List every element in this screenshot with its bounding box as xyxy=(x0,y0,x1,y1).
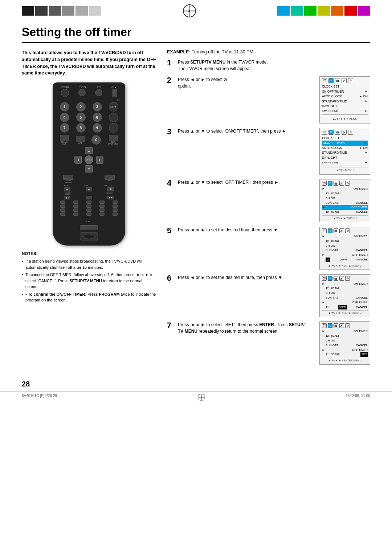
step-4-text: Press ▲ or ▼ to select "OFF TIMER", then… xyxy=(178,179,280,186)
note-item-1: If a station being viewed stops broadcas… xyxy=(22,258,156,270)
note-item-2: To cancel the OFF TIMER, follow above st… xyxy=(22,272,156,290)
step-4-number: 4 xyxy=(167,179,175,187)
step-2-text: Press ◄ or ► to select ⊙option. xyxy=(178,76,227,89)
step-7-number: 7 xyxy=(167,321,175,329)
step-3-screen: ⏰ ⊙ 📺 🔊 ⚙ CLOCK SET ON/OFF TIMER► AUTO C… xyxy=(319,128,370,175)
step-6-number: 6 xyxy=(167,274,175,282)
step-1-text: Press SETUP/TV MENU in the TV/VCR mode.T… xyxy=(178,59,268,72)
step-3-text: Press ▲ or ▼ to select "ON/OFF TIMER", t… xyxy=(178,128,287,134)
example-line: EXAMPLE: Turning off the TV at 11:30 PM. xyxy=(167,49,370,54)
footer-left: 5V40101C [E] P26-29 xyxy=(22,394,57,401)
step-3-number: 3 xyxy=(167,128,175,136)
step-2-screen: ⏰ ⊙ 📺 🔊 ⚙ CLOCK SET ON/OFF TIMER► AUTO C… xyxy=(319,76,370,123)
step-5-screen: ⏰ ⊙ 📺 🔊 ⚙ ►ON TIMER 12 : 00AM CH 001 SUN… xyxy=(319,227,370,270)
remote-control-image: POWER TV/VCR DVD CH▲ + - xyxy=(22,82,156,246)
step-6-text: Press ◄ or ► to set the desired minute, … xyxy=(178,274,283,281)
step-6-screen: ⏰ ⊙ 📺 🔊 ⚙ ►ON TIMER 12 : 00AM CH 001 SUN… xyxy=(319,274,370,317)
footer-right: 15'03'06, 11:00 xyxy=(346,394,370,401)
note-item-3: • To confirm the ON/OFF TIMER: Press PRO… xyxy=(22,291,156,303)
step-1-number: 1 xyxy=(167,59,175,67)
step-7-screen: ⏰ ⊙ 📺 🔊 ⚙ ►ON TIMER 12 : 00AM CH 001 SUN… xyxy=(319,321,370,365)
notes-section: NOTES: If a station being viewed stops b… xyxy=(22,251,156,303)
footer: 5V40101C [E] P26-29 15'03'06, 11:00 xyxy=(0,391,392,405)
page-title: Setting the off timer xyxy=(22,25,370,43)
footer-crosshair xyxy=(198,394,205,401)
crosshair-icon xyxy=(183,4,196,17)
step-7-text: Press ◄ or ► to select "SET", then press… xyxy=(178,321,305,335)
step-4-screen: ⏰ ⊙ 📺 🔊 ⚙ ►ON TIMER 12 : 00AM CH 001 SUN… xyxy=(319,179,370,222)
step-2-number: 2 xyxy=(167,76,175,84)
notes-title: NOTES: xyxy=(22,251,156,257)
intro-text: This feature allows you to have the TV/V… xyxy=(22,49,156,77)
step-5-number: 5 xyxy=(167,227,175,235)
page-number: 28 xyxy=(22,380,30,388)
step-5-text: Press ◄ or ► to set the desired hour, th… xyxy=(178,227,279,233)
